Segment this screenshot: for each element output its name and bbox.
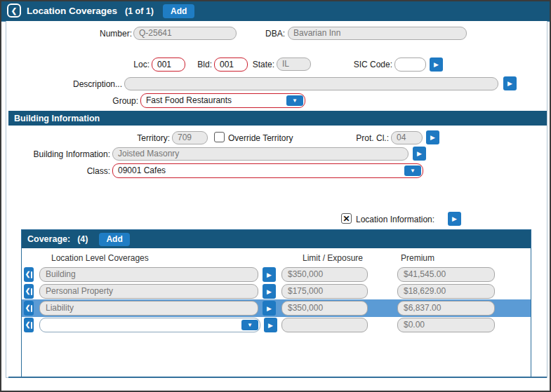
chevron-down-icon: ▼ — [410, 168, 416, 174]
premium-field: $18,629.00 — [397, 284, 495, 299]
arrow-right-icon: ▶ — [417, 150, 422, 157]
chevron-left-icon: ❮ — [25, 288, 31, 295]
column-header-coverages: Location Level Coverages — [51, 253, 149, 263]
building-information-field: Joisted Masonry — [112, 147, 409, 161]
dba-label: DBA: — [239, 29, 285, 39]
group-select[interactable]: Fast Food Restaurants ▼ — [140, 93, 305, 108]
page-title: Location Coverages — [27, 6, 117, 16]
override-territory-label: Override Territory — [228, 133, 293, 143]
group-label: Group: — [93, 96, 138, 106]
record-count: (1 of 1) — [125, 6, 154, 16]
building-information-detail-button[interactable]: ▶ — [413, 147, 426, 161]
coverage-detail-button[interactable]: ▶ — [264, 318, 277, 332]
add-location-button[interactable]: Add — [163, 4, 194, 18]
title-bar: ❮ Location Coverages (1 of 1) Add — [1, 1, 550, 22]
limit-field: $350,000 — [281, 301, 368, 316]
chevron-down-icon: ▼ — [292, 97, 298, 104]
row-collapse-button[interactable]: ❮ — [24, 318, 34, 332]
prot-class-label: Prot. Cl.: — [337, 133, 389, 143]
territory-label: Territory: — [119, 133, 170, 143]
sic-code-field[interactable] — [394, 58, 426, 72]
row-collapse-button[interactable]: ❮ — [24, 284, 34, 299]
coverage-section-title: Coverage: — [27, 234, 70, 244]
coverage-detail-button[interactable]: ▶ — [263, 301, 276, 316]
arrow-right-icon: ▶ — [452, 215, 457, 222]
arrow-right-icon: ▶ — [267, 288, 272, 295]
location-information-checkbox[interactable]: ✕ — [341, 213, 352, 224]
prot-class-lookup-button[interactable]: ▶ — [426, 130, 439, 144]
description-label: Description... — [72, 79, 122, 89]
coverage-count: (4) — [77, 234, 88, 244]
coverage-name-field: Building — [39, 267, 258, 282]
building-information-section-title: Building Information — [14, 114, 100, 123]
arrow-right-icon: ▶ — [434, 61, 439, 68]
chevron-down-icon: ▼ — [247, 322, 253, 328]
coverage-detail-button[interactable]: ▶ — [263, 284, 276, 299]
override-territory-checkbox[interactable] — [214, 132, 225, 142]
coverage-name-field: Personal Property — [39, 284, 258, 299]
loc-label: Loc: — [105, 60, 150, 69]
premium-field: $41,545.00 — [397, 267, 495, 282]
row-collapse-button[interactable]: ❮ — [24, 267, 34, 282]
chevron-left-icon: ❮ — [25, 271, 31, 278]
class-select[interactable]: 09001 Cafes ▼ — [112, 163, 423, 178]
state-field: IL — [277, 58, 311, 71]
state-label: State: — [232, 60, 274, 69]
limit-field — [281, 318, 368, 332]
coverage-dropdown-button[interactable]: ▼ — [241, 320, 258, 330]
column-header-limit: Limit / Exposure — [303, 253, 363, 263]
premium-field: $6,837.00 — [397, 301, 495, 316]
coverage-panel: Coverage: (4) Add Location Level Coverag… — [21, 229, 531, 377]
number-label: Number: — [72, 29, 132, 39]
row-collapse-button[interactable]: ❮ — [24, 301, 34, 316]
group-selected-value: Fast Food Restaurants — [146, 95, 232, 105]
coverage-add-button[interactable]: Add — [99, 233, 129, 246]
dba-field: Bavarian Inn — [288, 27, 467, 40]
location-coverages-window: ❮ Location Coverages (1 of 1) Add Number… — [0, 0, 551, 392]
arrow-right-icon: ▶ — [507, 80, 512, 87]
premium-field: $0.00 — [397, 318, 495, 332]
prot-class-field: 04 — [391, 131, 423, 144]
territory-field: 709 — [172, 131, 208, 144]
column-header-premium: Premium — [401, 253, 434, 263]
limit-field: $350,000 — [281, 267, 368, 282]
checkbox-x-icon: ✕ — [343, 214, 350, 224]
building-information-label: Building Information: — [21, 149, 110, 159]
class-dropdown-button[interactable]: ▼ — [404, 165, 421, 176]
sic-lookup-button[interactable]: ▶ — [430, 58, 443, 72]
coverage-section-header: Coverage: (4) Add — [22, 230, 531, 248]
arrow-right-icon: ▶ — [267, 271, 272, 278]
location-information-detail-button[interactable]: ▶ — [448, 212, 461, 226]
limit-field: $175,000 — [281, 284, 368, 299]
coverage-name-field: Liability — [39, 301, 258, 316]
class-label: Class: — [70, 166, 110, 176]
back-button[interactable]: ❮ — [7, 4, 21, 18]
chevron-left-icon: ❮ — [25, 322, 31, 328]
bld-label: Bld: — [171, 60, 212, 69]
building-information-section-header: Building Information — [8, 111, 547, 126]
coverage-select[interactable]: ▼ — [39, 318, 260, 332]
description-detail-button[interactable]: ▶ — [503, 76, 517, 90]
group-dropdown-button[interactable]: ▼ — [286, 95, 303, 106]
arrow-right-icon: ▶ — [430, 134, 435, 141]
location-information-label: Location Information: — [356, 215, 434, 224]
back-icon: ❮ — [11, 7, 17, 15]
arrow-right-icon: ▶ — [267, 305, 272, 312]
number-field: Q-25641 — [133, 27, 237, 40]
description-field — [124, 77, 498, 90]
arrow-right-icon: ▶ — [268, 322, 273, 329]
coverage-detail-button[interactable]: ▶ — [263, 267, 276, 282]
sic-code-label: SIC Code: — [337, 60, 392, 69]
class-selected-value: 09001 Cafes — [118, 165, 166, 175]
chevron-left-icon: ❮ — [25, 305, 31, 311]
